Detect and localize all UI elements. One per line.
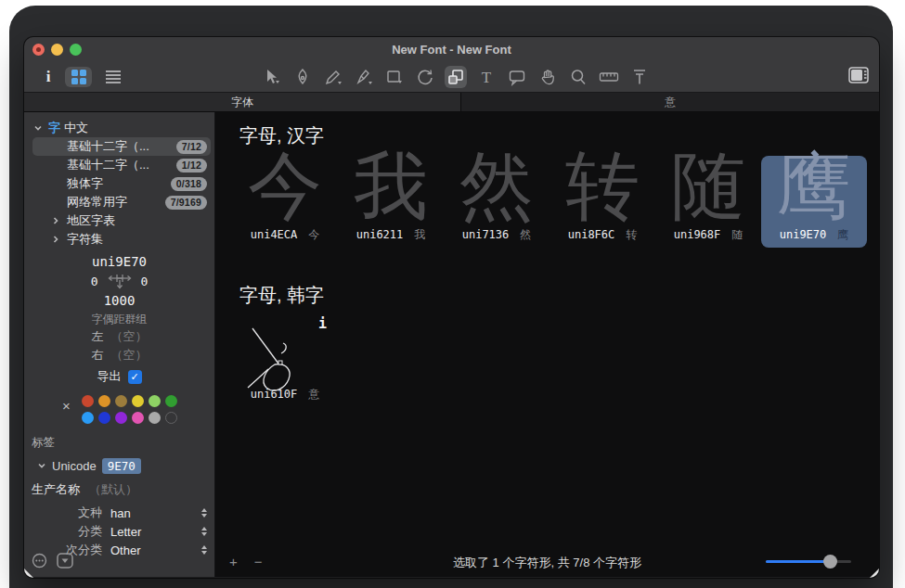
count-badge: 0/318 [171,177,207,191]
title-bar[interactable]: New Font - New Font [24,37,879,61]
kern-left-value[interactable]: （空） [111,328,148,345]
color-dot[interactable] [98,395,110,407]
shapes-tool[interactable] [383,66,406,88]
tree-item-label: 字符集 [67,231,103,248]
color-dot[interactable] [132,395,144,407]
window-title: New Font - New Font [24,43,879,57]
export-label: 导出 [97,368,122,385]
toggle-info-panel-button[interactable] [847,66,870,88]
glyph-grid-area: 字母, 汉字 今 uni4ECA今 我 uni6211我 然 uni7136然 … [215,112,879,577]
glyph-cell-uni6211[interactable]: 我 uni6211我 [338,156,444,248]
kerning-group-label: 字偶距群组 [24,312,214,327]
category-label: 分类 [24,523,102,540]
rotate-tool[interactable] [414,66,436,88]
minimize-button[interactable] [51,44,63,56]
color-dot[interactable] [115,412,127,424]
annotation-tool[interactable] [506,66,528,88]
count-badge: 1/12 [176,159,207,173]
dropdown-box-icon[interactable] [57,553,73,571]
tree-item-basic-twelve-2[interactable]: 基础十二字（... 1/12 [24,156,214,174]
glyph-cell-char: 转 [626,227,637,243]
glyph-cell-uni4ECA[interactable]: 今 uni4ECA今 [232,156,338,248]
section-header: 字母, 韩字 [239,283,879,308]
glyph-cell-uni9E70-selected[interactable]: 鹰 uni9E70鹰 [761,156,867,248]
tree-item-basic-twelve-1[interactable]: 基础十二字（... 7/12 [24,137,214,156]
color-dot[interactable] [82,412,94,424]
zoom-tool[interactable] [567,66,589,88]
count-badge: 7/12 [176,140,207,154]
export-checkbox[interactable]: ✓ [128,370,142,384]
glyph-row-1: 今 uni4ECA今 我 uni6211我 然 uni7136然 转 uni8F… [232,156,879,248]
tree-item-charsets[interactable]: 字符集 [24,230,214,249]
color-dot[interactable] [165,395,177,407]
color-dot[interactable] [132,412,144,424]
tree-item-web-common[interactable]: 网络常用字 7/9169 [24,193,214,211]
no-color-dot[interactable] [165,412,177,424]
info-icon[interactable]: i [39,68,58,86]
hand-tool[interactable] [537,66,559,88]
color-dot[interactable] [115,395,127,407]
svg-text:T: T [482,69,492,86]
tree-item-label: 独体字 [67,175,103,192]
glyph-cell-name: uni7136 [462,228,510,241]
glyph-preview: 我 [338,147,444,225]
slider-knob[interactable] [823,555,837,569]
clear-color-button[interactable]: × [59,398,74,426]
zoom-button[interactable] [70,44,82,56]
metrics-arrows-icon [108,272,132,290]
glyph-cell-char: 今 [308,227,319,243]
tree-item-label: 基础十二字（... [67,157,149,173]
script-zi-icon: 字 [48,121,60,134]
pen-tool[interactable] [291,66,314,88]
production-name-label: 生产名称 [32,481,80,498]
right-sidebearing-value[interactable]: 0 [141,275,149,288]
tab-font[interactable]: 字体 [24,93,461,111]
production-name-value[interactable]: （默认） [89,481,137,498]
color-dot[interactable] [149,395,161,407]
kerning-tool[interactable] [628,66,651,88]
color-dot[interactable] [82,395,94,407]
tree-item-chinese[interactable]: 字中文 [24,119,214,137]
tab-glyph-yi[interactable]: 意 [461,93,879,111]
glyphs-app-window: New Font - New Font i [24,37,879,578]
pencil-tool[interactable] [322,66,344,88]
chevron-down-icon[interactable] [37,459,46,473]
glyph-name: uni9E70 [24,254,214,269]
tree-item-label: 中文 [64,121,88,134]
chevron-down-icon[interactable] [33,121,43,135]
glyph-width-value[interactable]: 1000 [24,293,214,308]
chevron-right-icon[interactable] [51,214,60,228]
erase-tool[interactable] [353,66,375,88]
unicode-value[interactable]: 9E70 [102,458,141,474]
chevron-right-icon[interactable] [51,233,60,247]
grid-view-button[interactable] [65,67,92,87]
glyph-cell-uni7136[interactable]: 然 uni7136然 [444,156,549,248]
cell-size-slider[interactable] [766,560,851,563]
glyph-cell-char: 我 [414,227,425,243]
glyph-cell-uni8F6C[interactable]: 转 uni8F6C转 [549,156,655,248]
category-stepper[interactable] [201,527,207,536]
glyph-cell-uni968F[interactable]: 随 uni968F随 [655,156,761,248]
sidebar: 字中文 基础十二字（... 7/12 基础十二字（... 1/12 独体字 0/… [24,112,215,577]
count-badge: 7/9169 [165,196,207,210]
left-sidebearing-value[interactable]: 0 [91,275,98,288]
text-tool[interactable]: T [475,66,498,88]
glyph-preview: 鹰 [761,147,867,225]
measurement-tool[interactable] [598,66,620,88]
color-dot[interactable] [149,412,161,424]
subcategory-stepper[interactable] [201,545,207,555]
select-arrow-tool[interactable] [261,66,283,88]
tree-item-standalone[interactable]: 独体字 0/318 [24,174,214,193]
script-stepper[interactable] [201,508,207,518]
kern-right-value[interactable]: （空） [111,347,148,364]
tree-item-region-lists[interactable]: 地区字表 [24,211,214,230]
list-view-button[interactable] [99,67,126,87]
close-button[interactable] [32,44,45,56]
kern-right-label: 右 [92,347,104,364]
unicode-label: Unicode [52,459,97,473]
glyph-preview: 转 [549,147,655,225]
glyph-cell-uni610F[interactable]: i uni610F意 [232,315,338,407]
select-all-layers-tool[interactable] [445,66,467,88]
ellipsis-circle-icon[interactable] [32,553,47,571]
color-dot[interactable] [98,412,110,424]
